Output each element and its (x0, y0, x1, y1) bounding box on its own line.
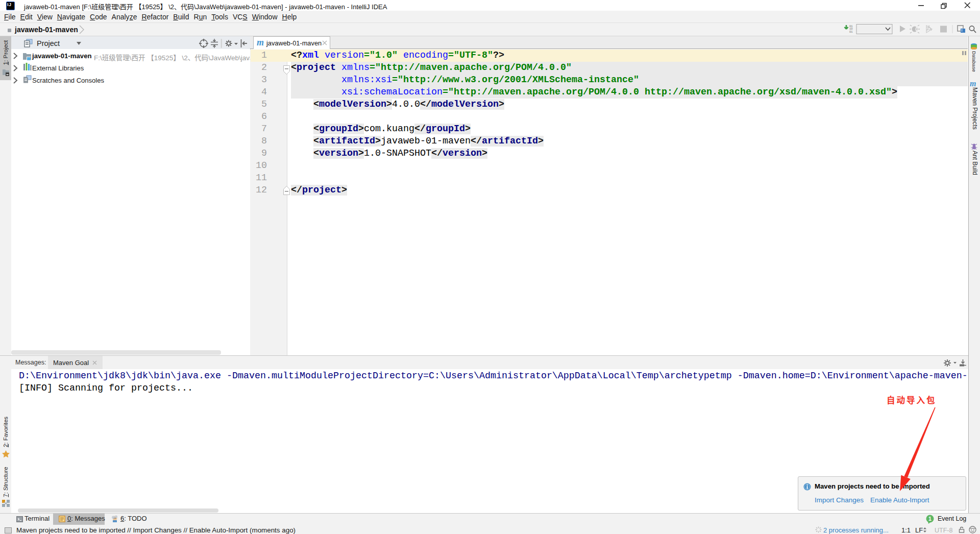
svg-text:1: 1 (928, 516, 932, 522)
svg-text:01: 01 (849, 30, 853, 34)
